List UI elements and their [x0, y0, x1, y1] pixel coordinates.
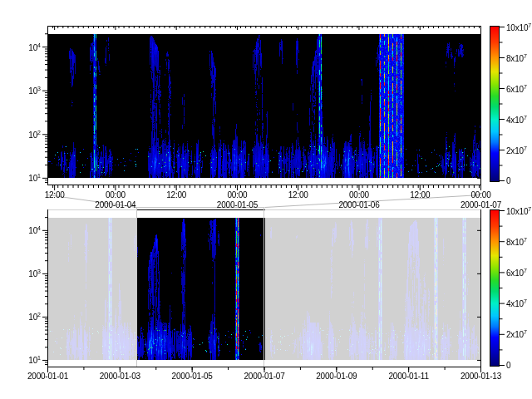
colorbar-tick-label: 0	[506, 361, 510, 370]
detail-colorbar-gradient	[490, 27, 499, 181]
x-tick-label: 12:00	[410, 190, 430, 200]
y-tick-label: 101	[0, 355, 41, 365]
x-date-label: 2000-01-06	[338, 200, 379, 209]
y-tick-label: 101	[0, 173, 41, 183]
x-tick-label: 2000-01-13	[461, 372, 501, 381]
colorbar-tick-label: 8x107	[506, 53, 527, 63]
colorbar-tick-label: 6x107	[506, 84, 527, 94]
x-tick-label: 2000-01-01	[27, 372, 68, 381]
x-date-label: 2000-01-07	[461, 200, 501, 209]
colorbar-tick-label: 4x107	[506, 298, 527, 308]
colorbar-tick-label: 2x107	[506, 145, 527, 155]
x-tick-label: 2000-01-03	[100, 372, 140, 381]
x-date-label: 2000-01-05	[217, 200, 258, 209]
colorbar-tick-label: 4x107	[506, 115, 527, 125]
x-tick-label: 12:00	[166, 190, 186, 200]
x-tick-label: 12:00	[45, 190, 65, 200]
y-tick-label: 104	[0, 225, 41, 235]
colorbar-tick-label: 2x107	[506, 329, 527, 339]
x-tick-label: 00:00	[470, 190, 490, 200]
colorbar-tick-label: 10x107	[506, 206, 531, 216]
overview-dimmed-region-right	[265, 209, 480, 361]
x-date-label: 2000-01-04	[95, 200, 135, 209]
x-tick-label: 12:00	[288, 190, 308, 200]
x-tick-label: 2000-01-09	[316, 372, 357, 381]
spectrogram-figure: 12:0000:002000-01-0412:0000:002000-01-05…	[0, 0, 532, 399]
x-tick-label: 00:00	[227, 190, 247, 200]
colorbar-tick-label: 8x107	[506, 237, 527, 247]
overview-colorbar-gradient	[490, 210, 499, 366]
colorbar-tick-label: 0	[506, 176, 510, 185]
selection-region[interactable]	[136, 207, 264, 367]
y-tick-label: 103	[0, 268, 41, 278]
overview-dimmed-region-left	[48, 209, 136, 361]
x-tick-label: 2000-01-07	[244, 372, 284, 381]
x-tick-label: 00:00	[349, 190, 369, 200]
y-tick-label: 102	[0, 312, 41, 322]
detail-spectrogram-canvas[interactable]	[48, 34, 480, 178]
x-tick-label: 2000-01-05	[172, 372, 213, 381]
x-tick-label: 00:00	[106, 190, 126, 200]
y-tick-label: 103	[0, 86, 41, 96]
y-tick-label: 102	[0, 130, 41, 140]
colorbar-tick-label: 10x107	[506, 22, 531, 32]
colorbar-tick-label: 6x107	[506, 268, 527, 278]
x-tick-label: 2000-01-11	[388, 372, 428, 381]
y-tick-label: 104	[0, 42, 41, 52]
